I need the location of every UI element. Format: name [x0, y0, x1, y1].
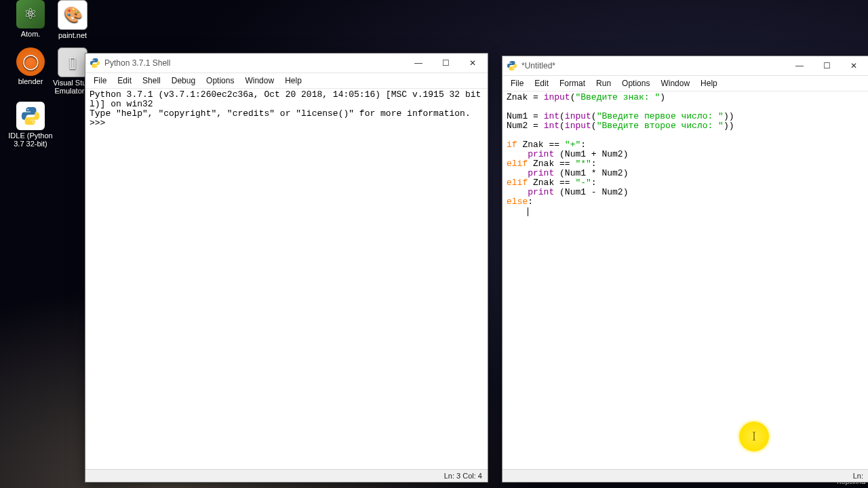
desktop-icon-blender[interactable]: ◯ blender	[7, 47, 54, 85]
menu-edit[interactable]: Edit	[112, 75, 137, 87]
menu-format[interactable]: Format	[554, 77, 591, 89]
idle-icon	[16, 102, 45, 130]
titlebar[interactable]: *Untitled* — ☐ ✕	[502, 56, 868, 76]
minimize-button[interactable]: —	[405, 54, 432, 73]
window-title: *Untitled*	[521, 61, 555, 70]
menu-window[interactable]: Window	[239, 75, 279, 87]
vsemulator-icon: ▯	[58, 47, 87, 77]
code-text-area[interactable]: Znak = input("Введите знак: ") Num1 = in…	[502, 92, 868, 469]
menu-run[interactable]: Run	[591, 77, 616, 89]
menu-options[interactable]: Options	[201, 75, 239, 87]
shell-text-area[interactable]: Python 3.7.1 (v3.7.1:260ec2c36a, Oct 20 …	[85, 89, 488, 469]
atom-icon: ⚛	[16, 0, 45, 28]
menu-file[interactable]: File	[505, 77, 529, 89]
desktop-icon-label: blender	[18, 77, 43, 85]
paintnet-icon: 🎨	[58, 0, 87, 30]
shell-prompt: >>>	[90, 118, 111, 128]
python-shell-window: Python 3.7.1 Shell — ☐ ✕ File Edit Shell…	[85, 53, 488, 483]
menubar: File Edit Format Run Options Window Help	[502, 76, 868, 92]
menu-edit[interactable]: Edit	[529, 77, 554, 89]
statusbar: Ln: 3 Col: 4	[85, 469, 488, 482]
python-icon	[507, 60, 517, 71]
status-text: Ln: 3 Col: 4	[444, 472, 482, 480]
status-text: Ln:	[853, 472, 863, 480]
menu-help[interactable]: Help	[695, 77, 723, 89]
maximize-button[interactable]: ☐	[432, 54, 459, 73]
shell-line: l)] on win32	[90, 99, 153, 109]
close-button[interactable]: ✕	[840, 56, 867, 75]
menu-options[interactable]: Options	[616, 77, 655, 89]
window-title: Python 3.7.1 Shell	[104, 58, 170, 68]
menubar: File Edit Shell Debug Options Window Hel…	[85, 73, 488, 89]
python-editor-window: *Untitled* — ☐ ✕ File Edit Format Run Op…	[502, 56, 868, 483]
titlebar[interactable]: Python 3.7.1 Shell — ☐ ✕	[85, 54, 488, 73]
menu-debug[interactable]: Debug	[166, 75, 201, 87]
text-caret	[528, 207, 528, 216]
close-button[interactable]: ✕	[459, 54, 486, 73]
desktop-icon-atom[interactable]: ⚛ Atom.	[7, 0, 54, 38]
desktop-icon-label: IDLE (Python 3.7 32-bit)	[7, 131, 54, 148]
menu-help[interactable]: Help	[279, 75, 307, 87]
menu-shell[interactable]: Shell	[137, 75, 166, 87]
shell-line: Python 3.7.1 (v3.7.1:260ec2c36a, Oct 20 …	[90, 89, 488, 100]
desktop-icon-idle[interactable]: IDLE (Python 3.7 32-bit)	[7, 102, 54, 148]
desktop-icon-label: paint.net	[58, 31, 87, 39]
statusbar: Ln:	[502, 469, 868, 482]
desktop-icon-paintnet[interactable]: 🎨 paint.net	[49, 0, 96, 39]
maximize-button[interactable]: ☐	[813, 56, 840, 75]
minimize-button[interactable]: —	[786, 56, 813, 75]
desktop-icon-label: Atom.	[21, 30, 41, 38]
menu-file[interactable]: File	[88, 75, 112, 87]
shell-line: Type "help", "copyright", "credits" or "…	[90, 108, 471, 119]
menu-window[interactable]: Window	[655, 77, 695, 89]
blender-icon: ◯	[16, 47, 45, 76]
python-icon	[90, 58, 100, 68]
